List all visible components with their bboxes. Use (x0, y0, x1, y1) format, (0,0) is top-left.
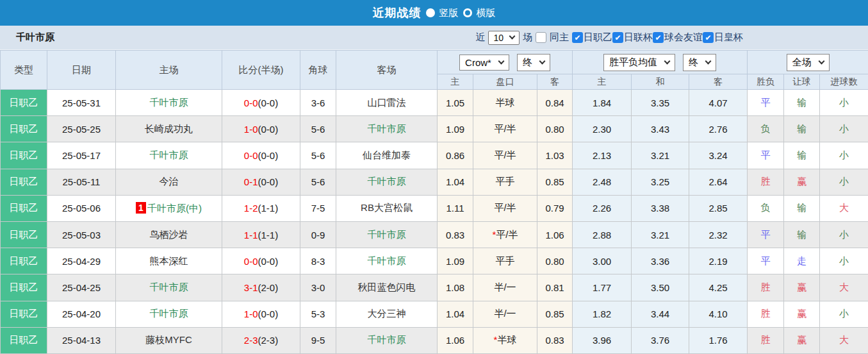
sub-header-avg-home: 主 (573, 74, 632, 90)
avg-draw: 3.44 (632, 301, 689, 327)
horizontal-layout-radio[interactable] (463, 8, 472, 17)
result-wdl: 平 (748, 248, 784, 274)
result-wdl: 负 (748, 195, 784, 221)
bookmaker-group-header: Crow* 终 (438, 51, 573, 74)
away-team: 千叶市原 (336, 248, 438, 274)
result-goals: 小 (820, 142, 868, 169)
sub-header-handicap: 盘口 (473, 74, 537, 90)
handicap: 半/一 (473, 274, 537, 301)
avg-draw: 3.50 (632, 274, 689, 301)
horizontal-layout-label[interactable]: 横版 (477, 7, 496, 19)
league-label[interactable]: 日皇杯 (714, 31, 743, 44)
avg-draw: 3.21 (632, 221, 689, 248)
league-checkbox[interactable]: ✔ (653, 32, 664, 43)
match-count-select[interactable]: 10 (488, 31, 520, 45)
home-team: 藤枝MYFC (116, 327, 222, 353)
vertical-layout-label[interactable]: 竖版 (439, 7, 459, 19)
league-filter: ✔日联杯 (612, 31, 653, 44)
result-handicap: 赢 (784, 274, 820, 301)
scope-group-header: 全场 (748, 51, 868, 74)
handicap: 半球 (473, 90, 537, 116)
result-handicap: 输 (784, 142, 820, 169)
corners: 5-6 (300, 142, 336, 169)
vertical-layout-radio[interactable] (426, 8, 435, 17)
result-goals: 小 (820, 301, 868, 327)
filter-controls: 近 10 场 同主 ✔日职乙✔日联杯✔球会友谊✔日皇杯 (475, 31, 743, 45)
avg-away: 4.25 (689, 274, 748, 301)
avg-draw: 3.43 (632, 116, 689, 142)
odds-away: 0.85 (537, 301, 573, 327)
handicap: 平/半 (473, 195, 537, 221)
home-team: 千叶市原 (116, 90, 222, 116)
avg-home: 3.00 (573, 248, 632, 274)
league-badge: 日职乙 (1, 274, 47, 301)
result-wdl: 负 (748, 116, 784, 142)
odds-away: 0.80 (537, 248, 573, 274)
result-wdl: 胜 (748, 301, 784, 327)
home-team: 千叶市原 (116, 274, 222, 301)
league-filter: ✔日职乙 (572, 31, 612, 44)
match-date: 25-04-20 (47, 301, 116, 327)
odds-home: 1.09 (438, 116, 473, 142)
odds-home: 1.08 (438, 274, 473, 301)
odds-away: 0.83 (537, 327, 573, 353)
odds-home: 1.04 (438, 301, 473, 327)
avg-away: 3.24 (689, 142, 748, 169)
average-time-select[interactable]: 终 (683, 54, 716, 71)
score: 2-3(2-3) (222, 327, 300, 353)
corners: 8-3 (300, 248, 336, 274)
score: 0-0(0-0) (222, 90, 300, 116)
result-goals: 小 (820, 169, 868, 195)
league-label[interactable]: 日联杯 (624, 31, 653, 44)
avg-home: 2.13 (573, 142, 632, 169)
result-wdl: 胜 (748, 327, 784, 353)
avg-home: 2.88 (573, 221, 632, 248)
same-home-checkbox[interactable] (536, 32, 546, 43)
away-team: 大分三神 (336, 301, 438, 327)
match-date: 25-05-17 (47, 142, 116, 169)
result-wdl: 胜 (748, 169, 784, 195)
average-odds-select[interactable]: 胜平负均值 (603, 54, 675, 71)
away-team: RB大宫松鼠 (336, 195, 438, 221)
result-wdl: 平 (748, 90, 784, 116)
match-date: 25-05-11 (47, 169, 116, 195)
match-row: 日职乙25-05-03鸟栖沙岩1-1(1-1)0-9千叶市原0.83*平/半1.… (1, 221, 868, 248)
avg-home: 2.30 (573, 116, 632, 142)
match-date: 25-05-25 (47, 116, 116, 142)
first-rank-badge: 1 (136, 202, 146, 214)
odds-away: 0.79 (537, 195, 573, 221)
match-row: 日职乙25-04-25千叶市原3-1(2-0)3-0秋田蓝色闪电1.08半/一0… (1, 274, 868, 301)
match-row: 日职乙25-04-20千叶市原1-0(0-0)5-3大分三神1.04半/一0.8… (1, 301, 868, 327)
handicap: 半/一 (473, 301, 537, 327)
league-checkbox[interactable]: ✔ (703, 32, 714, 43)
league-badge: 日职乙 (1, 142, 47, 169)
league-label[interactable]: 日职乙 (584, 31, 612, 44)
result-goals: 小 (820, 248, 868, 274)
league-checkbox[interactable]: ✔ (612, 32, 623, 43)
bookmaker-time-select[interactable]: 终 (517, 54, 550, 71)
odds-home: 1.05 (438, 90, 473, 116)
handicap: 平手 (473, 169, 537, 195)
sub-header-avg-draw: 和 (632, 74, 689, 90)
bookmaker-select[interactable]: Crow* (459, 55, 509, 71)
col-header-score: 比分(半场) (222, 51, 300, 90)
score: 0-0(0-0) (222, 142, 300, 169)
match-date: 25-04-25 (47, 274, 116, 301)
avg-away: 2.85 (689, 195, 748, 221)
scope-select[interactable]: 全场 (787, 54, 830, 71)
league-label[interactable]: 球会友谊 (664, 31, 703, 44)
avg-home: 1.84 (573, 90, 632, 116)
same-home-label[interactable]: 同主 (550, 31, 569, 44)
score: 1-2(1-1) (222, 195, 300, 221)
avg-draw: 3.38 (632, 195, 689, 221)
avg-away: 2.19 (689, 248, 748, 274)
match-date: 25-05-31 (47, 90, 116, 116)
handicap: *半球 (473, 327, 537, 353)
league-checkbox[interactable]: ✔ (572, 32, 583, 43)
away-team: 千叶市原 (336, 169, 438, 195)
avg-draw: 3.76 (632, 327, 689, 353)
match-date: 25-05-06 (47, 195, 116, 221)
odds-home: 1.09 (438, 248, 473, 274)
match-date: 25-04-13 (47, 327, 116, 353)
league-filters: ✔日职乙✔日联杯✔球会友谊✔日皇杯 (572, 31, 743, 44)
